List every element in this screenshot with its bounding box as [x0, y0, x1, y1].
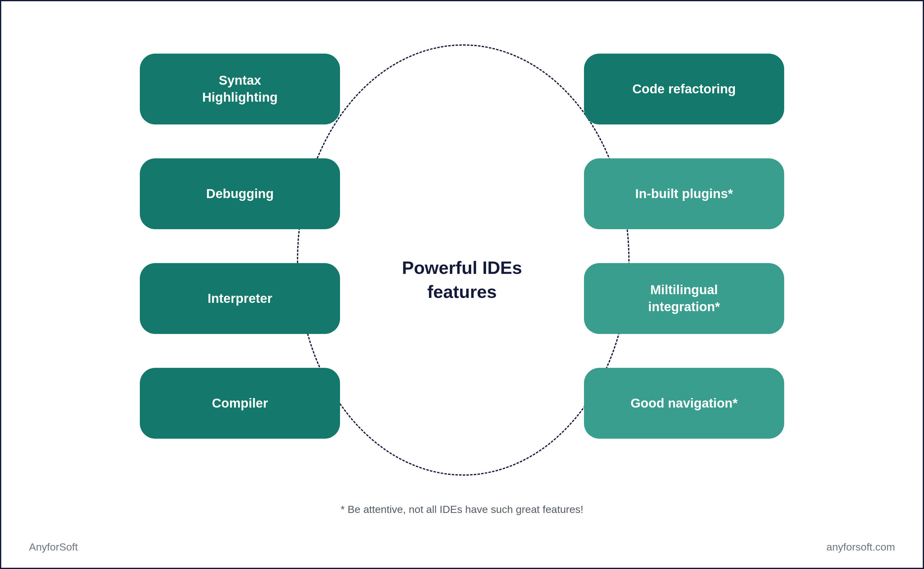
- feature-label: Good navigation*: [631, 395, 738, 412]
- feature-good-navigation: Good navigation*: [584, 368, 784, 439]
- feature-compiler: Compiler: [140, 368, 340, 439]
- feature-syntax-highlighting: SyntaxHighlighting: [140, 53, 340, 125]
- feature-inbuilt-plugins: In-built plugins*: [584, 158, 784, 229]
- feature-label: Compiler: [212, 395, 268, 412]
- diagram-canvas: Powerful IDEs features SyntaxHighlightin…: [1, 1, 923, 568]
- center-title: Powerful IDEs features: [402, 256, 522, 304]
- diagram-frame: Powerful IDEs features SyntaxHighlightin…: [0, 0, 924, 569]
- feature-label: SyntaxHighlighting: [202, 72, 278, 106]
- feature-debugging: Debugging: [140, 158, 340, 229]
- center-title-line1: Powerful IDEs: [402, 257, 522, 278]
- footnote: * Be attentive, not all IDEs have such g…: [1, 504, 923, 516]
- feature-label: Code refactoring: [632, 81, 736, 98]
- feature-label: Debugging: [206, 186, 274, 202]
- center-title-line2: features: [427, 281, 497, 301]
- footer: AnyforSoft anyforsoft.com: [1, 541, 923, 553]
- feature-label: In-built plugins*: [635, 186, 733, 202]
- feature-column-right: Code refactoring In-built plugins* Milti…: [584, 53, 784, 439]
- brand-name: AnyforSoft: [29, 541, 78, 553]
- feature-column-left: SyntaxHighlighting Debugging Interpreter…: [140, 53, 340, 439]
- feature-label: Interpreter: [208, 290, 272, 307]
- feature-multilingual-integration: Miltilingualintegration*: [584, 263, 784, 334]
- brand-url: anyforsoft.com: [826, 541, 895, 553]
- feature-interpreter: Interpreter: [140, 263, 340, 334]
- feature-label: Miltilingualintegration*: [648, 281, 720, 315]
- feature-code-refactoring: Code refactoring: [584, 53, 784, 125]
